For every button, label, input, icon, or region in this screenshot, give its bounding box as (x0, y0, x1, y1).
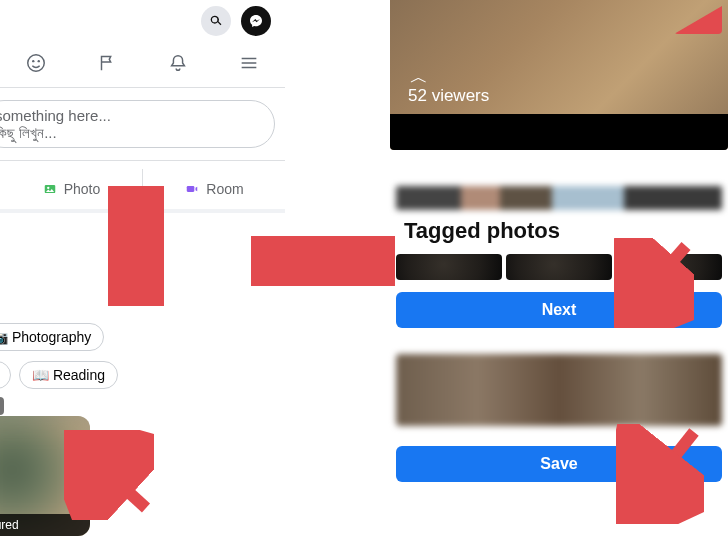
featured-label: eatured (0, 514, 90, 536)
thumbnail-strip (390, 186, 728, 210)
svg-point-0 (27, 54, 44, 71)
groups-icon (25, 52, 47, 74)
bell-icon (167, 52, 189, 74)
save-button[interactable]: Save (396, 446, 722, 482)
left-phone: something here... কিছু লিখুন... Photo Ro… (0, 0, 285, 546)
composer-placeholder-2: কিছু লিখুন... (0, 124, 260, 142)
tab-menu[interactable] (238, 52, 260, 78)
search-button[interactable] (201, 6, 231, 36)
composer-actions: Photo Room (0, 169, 285, 213)
chip-reading[interactable]: 📖 Reading (19, 361, 118, 389)
left-topbar (0, 0, 285, 42)
composer-photo-label: Photo (64, 181, 101, 197)
room-icon (184, 182, 200, 196)
story-arrow-fragment (674, 6, 722, 34)
story-viewers-count: 52 viewers (408, 86, 489, 106)
composer-input[interactable]: something here... কিছু লিখুন... (0, 100, 275, 148)
tagged-photos-title: Tagged photos (390, 210, 728, 254)
hobby-chips-row2: s 📖 Reading (0, 361, 285, 389)
composer-placeholder-1: something here... (0, 107, 260, 124)
tagged-thumb[interactable] (396, 254, 502, 280)
hamburger-icon (238, 52, 260, 74)
featured-card[interactable]: eatured (0, 416, 90, 536)
save-button-label: Save (540, 455, 577, 473)
tab-notifications[interactable] (167, 52, 189, 78)
chevron-up-icon[interactable]: ︿ (410, 68, 428, 86)
tab-groups[interactable] (25, 52, 47, 78)
tab-pages[interactable] (96, 52, 118, 78)
composer-room-label: Room (206, 181, 243, 197)
flag-icon (96, 52, 118, 74)
thumb-item[interactable] (396, 186, 722, 210)
tagged-thumbs (390, 254, 728, 280)
profile-area: 📷 Photography s 📖 Reading (0, 213, 285, 389)
tagged-thumb[interactable] (616, 254, 722, 280)
photo-icon (42, 182, 58, 196)
search-icon (208, 13, 224, 29)
composer: something here... কিছু লিখুন... (0, 94, 285, 161)
left-nav-tabs (0, 42, 285, 88)
hobby-chips-row1: 📷 Photography (0, 323, 285, 351)
composer-photo-action[interactable]: Photo (0, 169, 142, 209)
tagged-thumb[interactable] (506, 254, 612, 280)
collection-blurred[interactable] (396, 354, 722, 426)
next-button[interactable]: Next (396, 292, 722, 328)
next-button-label: Next (542, 301, 577, 319)
svg-rect-5 (187, 186, 195, 192)
messenger-icon (248, 13, 264, 29)
svg-point-2 (37, 59, 39, 61)
chip-partial[interactable]: s (0, 361, 11, 389)
messenger-button[interactable] (241, 6, 271, 36)
svg-point-4 (47, 187, 49, 189)
right-phone: ︿ 52 viewers Tagged photos Next Delete f… (390, 0, 728, 546)
chip-photography[interactable]: 📷 Photography (0, 323, 104, 351)
svg-point-1 (32, 59, 34, 61)
composer-room-action[interactable]: Room (142, 169, 285, 209)
featured-count-badge: 8 (0, 397, 4, 415)
story-viewer[interactable]: ︿ 52 viewers (390, 0, 728, 150)
